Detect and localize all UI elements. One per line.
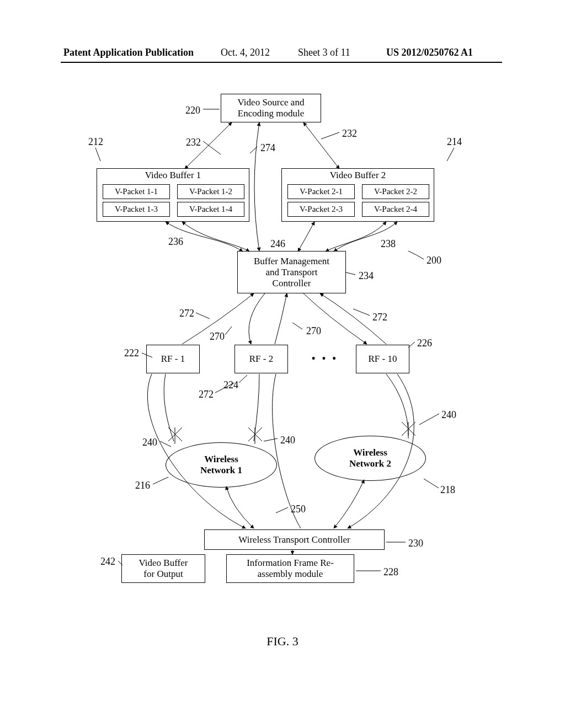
ref-214: 214: [447, 136, 462, 148]
vb1-packet-1-2: V-Packet 1-2: [177, 184, 244, 199]
header-date: Oct. 4, 2012: [221, 47, 270, 58]
ref-272b: 272: [372, 312, 387, 323]
block-reassembly: Information Frame Re- assembly module: [226, 554, 354, 583]
vb2-packet-2-3: V-Packet 2-3: [287, 202, 355, 217]
block-video-buffer-output: Video Buffer for Output: [121, 554, 205, 583]
ref-242: 242: [100, 556, 115, 568]
ref-216: 216: [135, 480, 150, 491]
vb2-packet-2-1: V-Packet 2-1: [287, 184, 355, 199]
ref-220: 220: [185, 105, 200, 116]
ref-228: 228: [383, 566, 398, 578]
vb2-packet-2-4: V-Packet 2-4: [362, 202, 429, 217]
ref-212: 212: [88, 136, 103, 148]
video-buffer-2-title: Video Buffer 2: [282, 170, 434, 181]
ref-232b: 232: [342, 128, 357, 140]
figure-caption: FIG. 3: [0, 634, 565, 649]
block-wireless-network-1: Wireless Network 1: [166, 442, 277, 488]
ref-224: 224: [223, 379, 238, 391]
ref-218: 218: [440, 484, 455, 496]
ref-270b: 270: [306, 325, 321, 337]
header-publication: Patent Application Publication: [63, 47, 194, 58]
ref-250: 250: [291, 504, 306, 515]
block-rf-1: RF - 1: [146, 345, 200, 373]
ref-234: 234: [359, 270, 374, 282]
header-number: US 2012/0250762 A1: [386, 47, 473, 58]
ref-200: 200: [427, 255, 441, 266]
vb1-packet-1-1: V-Packet 1-1: [103, 184, 170, 199]
ref-240a: 240: [142, 437, 157, 448]
ref-272c: 272: [199, 389, 214, 400]
ref-240c: 240: [441, 409, 456, 421]
block-rf-2: RF - 2: [234, 345, 288, 373]
ref-240b: 240: [280, 435, 295, 446]
block-rf-10: RF - 10: [356, 345, 409, 373]
block-video-buffer-2: Video Buffer 2 V-Packet 2-1 V-Packet 2-2…: [281, 168, 434, 222]
video-buffer-1-title: Video Buffer 1: [97, 170, 249, 181]
ref-232a: 232: [186, 137, 201, 148]
ref-274: 274: [260, 142, 275, 154]
block-video-source: Video Source and Encoding module: [221, 94, 321, 122]
block-wireless-network-2: Wireless Network 2: [315, 436, 426, 481]
ref-226: 226: [417, 338, 432, 349]
ref-238: 238: [381, 238, 396, 250]
block-bmtc: Buffer Management and Transport Controll…: [237, 251, 346, 293]
ref-236: 236: [168, 236, 183, 248]
vb1-packet-1-3: V-Packet 1-3: [103, 202, 170, 217]
vb1-packet-1-4: V-Packet 1-4: [177, 202, 244, 217]
block-wtc: Wireless Transport Controller: [204, 529, 385, 550]
rf-ellipsis: • • •: [312, 353, 338, 365]
ref-222: 222: [124, 347, 139, 359]
ref-270a: 270: [210, 331, 225, 342]
block-video-buffer-1: Video Buffer 1 V-Packet 1-1 V-Packet 1-2…: [97, 168, 249, 222]
header-rule: [61, 62, 502, 63]
header-sheet: Sheet 3 of 11: [298, 47, 350, 58]
vb2-packet-2-2: V-Packet 2-2: [362, 184, 429, 199]
ref-230: 230: [408, 538, 423, 549]
ref-246: 246: [270, 238, 285, 250]
ref-272a: 272: [179, 308, 194, 319]
